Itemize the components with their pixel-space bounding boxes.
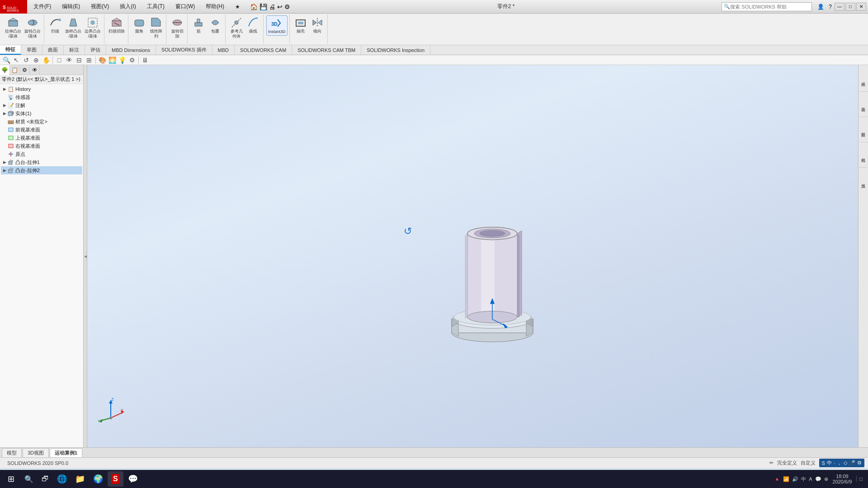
fm-tab-display[interactable]: 👁 bbox=[30, 65, 40, 75]
menu-edit[interactable]: 编辑(E) bbox=[59, 2, 83, 11]
fillet-button[interactable]: 圆角 bbox=[131, 15, 147, 40]
tab-annotation[interactable]: 标注 bbox=[64, 45, 85, 55]
tab-sw-inspection[interactable]: SOLIDWORKS Inspection bbox=[361, 45, 430, 55]
fm-tab-feature[interactable]: 🌳 bbox=[0, 65, 10, 75]
undo-icon[interactable]: ↩ bbox=[277, 3, 283, 10]
section-view-button[interactable]: ⊟ bbox=[75, 56, 84, 65]
right-panel-item-4[interactable]: 相机 bbox=[859, 143, 868, 168]
ref-geometry-button[interactable]: 参考几何体 bbox=[228, 15, 245, 40]
menu-tools[interactable]: 工具(T) bbox=[144, 2, 167, 11]
bottom-tab-motion[interactable]: 运动算例1 bbox=[50, 448, 82, 457]
taskbar-app-wechat[interactable]: 💬 bbox=[124, 471, 142, 487]
tree-item-sensors[interactable]: ▶ 📡 传感器 bbox=[1, 93, 82, 101]
taskbar-app-solidworks[interactable]: S bbox=[108, 471, 123, 487]
maximize-button[interactable]: □ bbox=[845, 3, 855, 11]
tab-sw-plugins[interactable]: SOLIDWORKS 插件 bbox=[156, 45, 212, 55]
tray-icon-more: ⊕ bbox=[824, 476, 828, 482]
tree-item-annotations[interactable]: ▶ 📝 注解 bbox=[1, 101, 82, 109]
view-zoom-button[interactable]: ⊕ bbox=[32, 56, 41, 65]
display-style-button[interactable]: □ bbox=[55, 56, 64, 65]
tab-mbd[interactable]: MBD bbox=[212, 45, 235, 55]
tab-evaluate[interactable]: 评估 bbox=[85, 45, 106, 55]
panel-collapse-handle[interactable]: ◀ bbox=[84, 65, 87, 447]
tree-item-material[interactable]: ▶ Mat 材质 <未指定> bbox=[1, 117, 82, 126]
appearance-button[interactable]: 🎨 bbox=[98, 56, 107, 65]
menu-file[interactable]: 文件(F) bbox=[31, 2, 54, 11]
fm-tab-property[interactable]: 📋 bbox=[10, 65, 20, 75]
settings-icon[interactable]: ⚙ bbox=[284, 3, 290, 10]
tree-item-front-plane[interactable]: ▶ 前视基准面 bbox=[1, 126, 82, 134]
taskbar-app-edge[interactable]: 🌍 bbox=[90, 471, 107, 487]
revolve-boss-button[interactable]: 旋转凸台/基体 bbox=[23, 15, 42, 40]
save-icon[interactable]: 💾 bbox=[259, 3, 267, 10]
chamfer-button[interactable]: 线性阵列 bbox=[148, 15, 164, 40]
tree-item-boss-extrude2[interactable]: ▶ 凸台-拉伸2 bbox=[1, 166, 82, 174]
tree-item-history[interactable]: ▶ 📋 History bbox=[1, 85, 82, 93]
svg-marker-7 bbox=[70, 19, 77, 26]
view-rotate-button[interactable]: ↺ bbox=[22, 56, 31, 65]
menu-help[interactable]: 帮助(H) bbox=[203, 2, 227, 11]
question-icon[interactable]: ? bbox=[827, 4, 834, 10]
rib-button[interactable]: 筋 bbox=[190, 15, 207, 35]
right-panel-item-1[interactable]: 外观 bbox=[859, 67, 868, 92]
taskbar-app-explorer[interactable]: 📁 bbox=[71, 471, 89, 487]
menu-view[interactable]: 视图(V) bbox=[88, 2, 112, 11]
shell-button[interactable]: 抽壳 bbox=[292, 15, 309, 35]
fm-tab-configuration[interactable]: ⚙ bbox=[20, 65, 30, 75]
start-button[interactable]: ⊞ bbox=[2, 471, 20, 487]
clock-area[interactable]: 18:09 2020/6/9 bbox=[831, 474, 854, 484]
taskbar-app-ie[interactable]: 🌐 bbox=[53, 471, 71, 487]
taskbar-search[interactable]: 🔍 bbox=[21, 471, 37, 487]
tab-surface[interactable]: 曲面 bbox=[42, 45, 64, 55]
close-button[interactable]: ✕ bbox=[856, 3, 866, 11]
right-panel-item-5[interactable]: 光源 bbox=[859, 168, 868, 193]
view-search-button[interactable]: 🔍 bbox=[2, 56, 11, 65]
history-icon: 📋 bbox=[7, 85, 14, 93]
realview-button[interactable]: 💡 bbox=[118, 56, 127, 65]
minimize-button[interactable]: — bbox=[835, 3, 844, 11]
right-panel-item-3[interactable]: 贴图 bbox=[859, 117, 868, 142]
tray-show-desktop[interactable]: □ bbox=[856, 476, 863, 482]
curves-button[interactable]: 曲线 bbox=[245, 15, 261, 40]
user-icon[interactable]: 👤 bbox=[816, 4, 826, 10]
bottom-tab-3dview[interactable]: 3D视图 bbox=[23, 448, 49, 457]
tree-item-boss-extrude1[interactable]: ▶ 凸台-拉伸1 bbox=[1, 158, 82, 166]
menu-window[interactable]: 窗口(W) bbox=[173, 2, 198, 11]
sweep-button[interactable]: 扫描 bbox=[47, 15, 63, 40]
taskbar-taskview[interactable]: 🗗 bbox=[38, 471, 52, 487]
view-orientation-button[interactable]: ⊞ bbox=[85, 56, 94, 65]
viewport[interactable]: ↺ Z X Y bbox=[87, 65, 858, 447]
print-icon[interactable]: 🖨 bbox=[269, 3, 275, 10]
wrap-button[interactable]: 包覆 bbox=[207, 15, 223, 35]
extrude-cut-button[interactable]: 扫描切除 bbox=[107, 15, 126, 35]
menu-insert[interactable]: 插入(I) bbox=[117, 2, 138, 11]
view-select-button[interactable]: ↖ bbox=[12, 56, 21, 65]
svg-marker-53 bbox=[465, 234, 467, 319]
tab-swcam[interactable]: SOLIDWORKS CAM bbox=[235, 45, 292, 55]
monitor-button[interactable]: 🖥 bbox=[141, 56, 150, 65]
revolve-cut-button[interactable]: 旋转切除 bbox=[169, 15, 185, 40]
home-icon[interactable]: 🏠 bbox=[250, 3, 258, 10]
instant3d-button[interactable]: 3D Instant3D bbox=[266, 15, 288, 36]
search-input[interactable] bbox=[730, 4, 802, 9]
right-panel-item-2[interactable]: 场景 bbox=[859, 92, 868, 117]
tree-item-right-plane[interactable]: ▶ 右视基准面 bbox=[1, 142, 82, 150]
tree-item-solid-bodies[interactable]: ▶ 实体(1) bbox=[1, 109, 82, 117]
tab-swcam-tbm[interactable]: SOLIDWORKS CAM TBM bbox=[292, 45, 361, 55]
loft-button[interactable]: 放样凸台/基体 bbox=[64, 15, 83, 40]
view-pan-button[interactable]: ✋ bbox=[42, 56, 51, 65]
extrude-boss-button[interactable]: 拉伸凸台/基体 bbox=[4, 15, 23, 40]
hide-show-button[interactable]: 👁 bbox=[65, 56, 74, 65]
boundary-button[interactable]: 边界凸台/基体 bbox=[83, 15, 102, 40]
display-manager-button[interactable]: ⚙ bbox=[127, 56, 137, 65]
tree-item-top-plane[interactable]: ▶ 上视基准面 bbox=[1, 134, 82, 142]
tab-sketch[interactable]: 草图 bbox=[21, 45, 42, 55]
bottom-tab-model[interactable]: 模型 bbox=[2, 448, 22, 457]
scene-button[interactable]: 🌅 bbox=[108, 56, 117, 65]
boundary-label: 边界凸台/基体 bbox=[85, 29, 101, 39]
tree-item-origin[interactable]: ▶ 原点 bbox=[1, 150, 82, 158]
tab-feature[interactable]: 特征 bbox=[0, 45, 21, 55]
tab-mbd-dimensions[interactable]: MBD Dimensions bbox=[106, 45, 156, 55]
menu-star[interactable]: ★ bbox=[232, 3, 243, 11]
mirror-button[interactable]: 镜向 bbox=[309, 15, 326, 35]
